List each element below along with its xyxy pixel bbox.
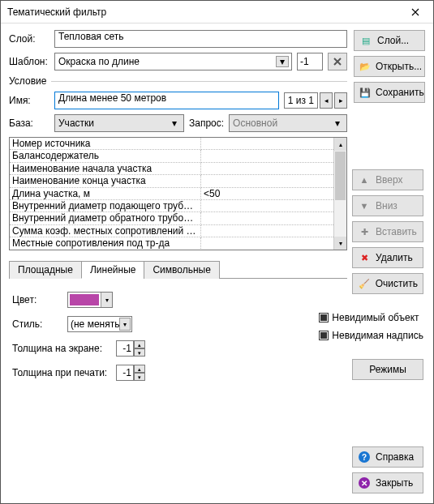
table-row[interactable]: Сумма коэф. местных сопротивлений под. т…: [10, 225, 333, 237]
field-name-cell: Длина участка, м: [10, 188, 201, 200]
counter-text: 1 из 1: [284, 92, 318, 109]
counter-next-button[interactable]: ▸: [334, 92, 347, 109]
field-name-cell: Сумма коэф. местных сопротивлений под. т…: [10, 225, 201, 237]
screen-thickness-label: Толщина на экране:: [12, 343, 110, 354]
chevron-down-icon: ▾: [168, 117, 181, 129]
fields-grid[interactable]: Номер источникаБалансодержательНаименова…: [9, 137, 347, 250]
help-button[interactable]: ? Справка: [352, 446, 423, 468]
field-value-cell[interactable]: [201, 237, 333, 250]
tab-line[interactable]: Линейные: [81, 261, 145, 279]
field-name-cell: Номер источника: [10, 138, 201, 150]
delete-button[interactable]: ✖ Удалить: [352, 247, 423, 268]
table-row[interactable]: Длина участка, м<50: [10, 188, 333, 200]
table-row[interactable]: Местные сопротивления под тр-да: [10, 237, 333, 250]
help-icon: ?: [358, 451, 371, 463]
modes-button[interactable]: Режимы: [352, 359, 423, 380]
scroll-thumb[interactable]: [335, 152, 346, 200]
window-title: Тематический фильтр: [7, 6, 401, 18]
base-select[interactable]: Участки ▾: [54, 114, 184, 132]
color-swatch: [70, 294, 99, 305]
color-label: Цвет:: [12, 294, 61, 305]
insert-button[interactable]: ✚ Вставить: [352, 221, 423, 242]
query-select[interactable]: Основной ▾: [229, 114, 347, 132]
condition-section-label: Условие: [9, 75, 347, 87]
field-value-cell[interactable]: [201, 225, 333, 237]
field-name-cell: Наименование конца участка: [10, 175, 201, 187]
query-label: Запрос:: [189, 117, 224, 129]
print-thickness-label: Толщина при печати:: [12, 367, 110, 378]
layer-icon: ▤: [359, 34, 372, 47]
move-down-button[interactable]: ▼ Вниз: [352, 195, 423, 216]
spin-down-button[interactable]: ▾: [134, 348, 145, 357]
invisible-object-checkbox[interactable]: Невидимый объект: [319, 312, 419, 323]
delete-icon: ✖: [358, 251, 371, 264]
table-row[interactable]: Номер источника: [10, 138, 333, 150]
style-label: Стиль:: [12, 318, 61, 330]
titlebar: Тематический фильтр: [1, 1, 433, 23]
close-icon: ✕: [358, 476, 371, 489]
x-icon: [333, 58, 342, 66]
field-value-cell[interactable]: [201, 163, 333, 175]
folder-open-icon: 📂: [359, 60, 371, 73]
save-icon: 💾: [359, 86, 371, 99]
template-number-field[interactable]: -1: [297, 53, 323, 70]
field-name-cell: Внутренний диаметр обратного трубопровод…: [10, 212, 201, 224]
scroll-down-button[interactable]: ▾: [334, 237, 346, 250]
condition-counter: 1 из 1 ◂ ▸: [284, 92, 347, 109]
template-label: Шаблон:: [9, 56, 49, 67]
field-value-cell[interactable]: <50: [201, 188, 333, 200]
chevron-down-icon: ▾: [331, 117, 344, 129]
table-row[interactable]: Внутренний диаметр обратного трубопровод…: [10, 212, 333, 224]
invisible-label-checkbox[interactable]: Невидимая надпись: [319, 330, 423, 341]
clear-icon: 🧹: [358, 277, 371, 290]
name-label: Имя:: [9, 95, 49, 106]
field-value-cell[interactable]: [201, 175, 333, 187]
save-button[interactable]: 💾 Сохранить: [354, 82, 425, 103]
scroll-up-button[interactable]: ▴: [334, 138, 346, 151]
field-name-cell: Балансодержатель: [10, 150, 201, 162]
close-window-button[interactable]: [401, 2, 430, 23]
tab-area[interactable]: Площадные: [9, 261, 82, 279]
print-thickness-spinner[interactable]: -1 ▴▾: [116, 365, 145, 381]
field-value-cell[interactable]: [201, 138, 333, 150]
field-name-cell: Местные сопротивления под тр-да: [10, 237, 201, 250]
field-value-cell[interactable]: [201, 200, 333, 212]
layer-button[interactable]: ▤ Слой...: [354, 30, 425, 51]
field-name-cell: Наименование начала участка: [10, 163, 201, 175]
chevron-down-icon: ▾: [119, 318, 131, 331]
spin-up-button[interactable]: ▴: [134, 340, 145, 348]
move-up-button[interactable]: ▲ Вверх: [352, 169, 423, 190]
chevron-down-icon: ▾: [276, 56, 289, 67]
template-select[interactable]: Окраска по длине ▾: [54, 53, 292, 70]
grid-scrollbar[interactable]: ▴ ▾: [333, 138, 346, 250]
name-field[interactable]: Длина менее 50 метров: [54, 92, 279, 109]
close-button[interactable]: ✕ Закрыть: [352, 472, 423, 493]
counter-prev-button[interactable]: ◂: [320, 92, 333, 109]
color-picker[interactable]: ▾: [67, 292, 113, 308]
tab-pane-line: Цвет: ▾ Стиль: (не менять) ▾ Толщина на …: [9, 284, 347, 389]
layer-label: Слой:: [9, 33, 49, 45]
clear-button[interactable]: 🧹 Очистить: [352, 273, 423, 294]
field-name-cell: Внутренний диаметр подающего трубопровод…: [10, 200, 201, 212]
screen-thickness-spinner[interactable]: -1 ▴▾: [116, 340, 145, 357]
arrow-down-icon: ▼: [358, 199, 371, 212]
table-row[interactable]: Наименование конца участка: [10, 175, 333, 187]
layer-field[interactable]: Тепловая сеть: [54, 30, 347, 48]
table-row[interactable]: Балансодержатель: [10, 150, 333, 162]
close-icon: [411, 8, 419, 16]
dialog-window: Тематический фильтр Слой: Тепловая сеть …: [0, 0, 434, 504]
chevron-down-icon: ▾: [101, 293, 112, 307]
open-button[interactable]: 📂 Открыть...: [354, 56, 425, 77]
line-style-select[interactable]: (не менять) ▾: [67, 316, 132, 332]
base-label: База:: [9, 117, 49, 129]
plus-icon: ✚: [358, 225, 371, 238]
table-row[interactable]: Наименование начала участка: [10, 163, 333, 175]
tab-symbol[interactable]: Символьные: [144, 261, 219, 279]
style-tabs: Площадные Линейные Символьные: [9, 260, 347, 279]
spin-up-button[interactable]: ▴: [134, 365, 145, 373]
template-clear-button[interactable]: [328, 53, 347, 70]
field-value-cell[interactable]: [201, 150, 333, 162]
spin-down-button[interactable]: ▾: [134, 373, 145, 381]
field-value-cell[interactable]: [201, 212, 333, 224]
table-row[interactable]: Внутренний диаметр подающего трубопровод…: [10, 200, 333, 212]
